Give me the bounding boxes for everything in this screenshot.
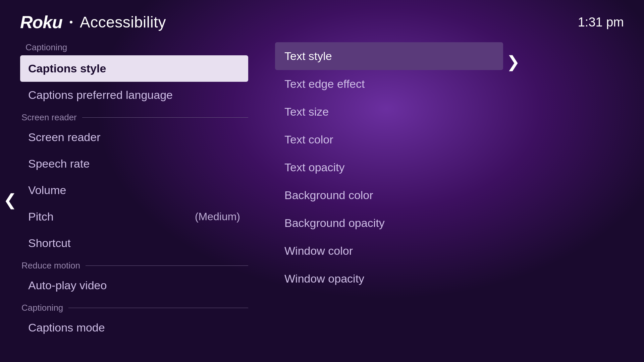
screen-reader-divider-row: Screen reader bbox=[20, 112, 248, 123]
right-menu-item-text-size-label: Text size bbox=[284, 105, 329, 118]
right-menu-item-window-opacity-label: Window opacity bbox=[284, 272, 364, 285]
menu-item-captions-style-label: Captions style bbox=[28, 62, 106, 75]
clock: 1:31 pm bbox=[578, 15, 624, 29]
right-menu-item-window-color[interactable]: Window color bbox=[275, 237, 503, 265]
menu-item-captions-language-label: Captions preferred language bbox=[28, 88, 173, 101]
reduce-motion-divider-row: Reduce motion bbox=[20, 260, 248, 271]
menu-item-captions-style[interactable]: Captions style bbox=[20, 55, 248, 82]
captioning2-divider-line bbox=[68, 308, 248, 308]
right-menu-item-text-color-label: Text color bbox=[284, 133, 333, 146]
right-menu-item-background-color-label: Background color bbox=[284, 189, 373, 201]
content-wrapper: Roku Accessibility 1:31 pm ❮ Captioning … bbox=[0, 0, 644, 362]
reduce-motion-divider-line bbox=[86, 265, 248, 266]
menu-item-pitch[interactable]: Pitch (Medium) bbox=[20, 203, 248, 230]
menu-item-speech-rate-label: Speech rate bbox=[28, 157, 90, 170]
right-menu-item-background-color[interactable]: Background color bbox=[275, 181, 503, 209]
menu-item-pitch-value: (Medium) bbox=[195, 210, 240, 223]
menu-item-screen-reader[interactable]: Screen reader bbox=[20, 124, 248, 150]
header: Roku Accessibility 1:31 pm bbox=[0, 0, 644, 39]
right-menu-item-window-opacity[interactable]: Window opacity bbox=[275, 265, 503, 293]
page-title: Accessibility bbox=[80, 13, 166, 31]
main-content: ❮ Captioning Captions style Captions pre… bbox=[0, 39, 644, 357]
reduce-motion-section-label: Reduce motion bbox=[21, 260, 80, 271]
menu-item-volume-label: Volume bbox=[28, 184, 66, 196]
menu-item-auto-play-video[interactable]: Auto-play video bbox=[20, 272, 248, 299]
header-left: Roku Accessibility bbox=[20, 12, 166, 32]
right-menu-item-text-size[interactable]: Text size bbox=[275, 98, 503, 126]
right-menu-item-window-color-label: Window color bbox=[284, 244, 353, 257]
right-menu-item-text-edge-effect-label: Text edge effect bbox=[284, 77, 365, 90]
screen-reader-divider-line bbox=[82, 117, 248, 118]
right-menu-item-text-opacity-label: Text opacity bbox=[284, 161, 345, 174]
screen-reader-section-label: Screen reader bbox=[21, 112, 77, 123]
right-menu-item-text-style[interactable]: Text style bbox=[275, 42, 503, 70]
menu-item-screen-reader-label: Screen reader bbox=[28, 131, 100, 143]
menu-item-shortcut[interactable]: Shortcut bbox=[20, 230, 248, 256]
menu-item-captions-mode[interactable]: Captions mode bbox=[20, 314, 248, 341]
right-menu-item-text-edge-effect[interactable]: Text edge effect bbox=[275, 70, 503, 98]
nav-left-arrow[interactable]: ❮ bbox=[3, 190, 17, 209]
right-menu-item-text-style-label: Text style bbox=[284, 50, 332, 62]
menu-item-auto-play-video-label: Auto-play video bbox=[28, 279, 107, 292]
menu-item-volume[interactable]: Volume bbox=[20, 177, 248, 203]
roku-logo: Roku bbox=[20, 12, 62, 32]
left-panel: ❮ Captioning Captions style Captions pre… bbox=[20, 42, 248, 357]
right-menu-item-text-color[interactable]: Text color bbox=[275, 126, 503, 154]
captioning2-divider-row: Captioning bbox=[20, 303, 248, 313]
right-menu-item-background-opacity-label: Background opacity bbox=[284, 217, 385, 229]
menu-item-shortcut-label: Shortcut bbox=[28, 237, 71, 249]
header-dot-separator bbox=[70, 21, 72, 23]
captioning-section-label: Captioning bbox=[20, 42, 248, 53]
nav-right-arrow[interactable]: ❯ bbox=[506, 52, 520, 71]
captioning2-section-label: Captioning bbox=[21, 303, 63, 313]
right-menu-item-text-opacity[interactable]: Text opacity bbox=[275, 154, 503, 181]
menu-item-captions-mode-label: Captions mode bbox=[28, 321, 105, 334]
menu-item-captions-language[interactable]: Captions preferred language bbox=[20, 82, 248, 108]
menu-item-speech-rate[interactable]: Speech rate bbox=[20, 150, 248, 177]
menu-item-pitch-label: Pitch bbox=[28, 210, 54, 223]
right-menu-item-background-opacity[interactable]: Background opacity bbox=[275, 209, 503, 237]
right-panel: ❯ Text style Text edge effect Text size … bbox=[275, 42, 503, 357]
